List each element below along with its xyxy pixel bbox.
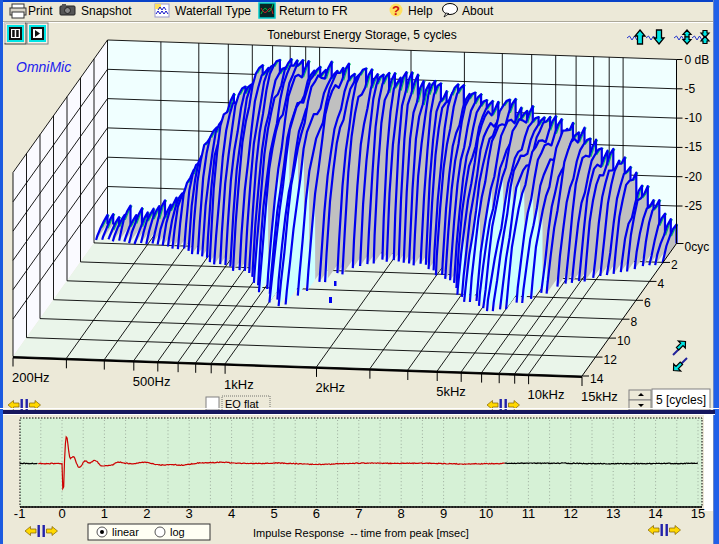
svg-text:13: 13	[606, 506, 620, 521]
svg-text:0: 0	[58, 506, 65, 521]
svg-text:7: 7	[355, 506, 362, 521]
svg-text:14: 14	[590, 372, 604, 386]
svg-text:10: 10	[479, 506, 493, 521]
svg-text:200Hz: 200Hz	[12, 370, 50, 385]
svg-text:15: 15	[691, 506, 705, 521]
svg-text:Snapshot: Snapshot	[81, 4, 132, 18]
svg-text:Help: Help	[408, 4, 433, 18]
svg-text:Impulse Response -- time from: Impulse Response -- time from peak [msec…	[253, 527, 469, 539]
svg-text:Return to FR: Return to FR	[279, 4, 348, 18]
svg-text:12: 12	[564, 506, 578, 521]
svg-text:OmniMic: OmniMic	[16, 59, 71, 75]
svg-text:11: 11	[522, 506, 536, 521]
svg-text:5: 5	[270, 506, 277, 521]
svg-text:1kHz: 1kHz	[224, 377, 254, 392]
svg-text:?: ?	[392, 3, 400, 18]
svg-text:9: 9	[440, 506, 447, 521]
svg-text:6: 6	[313, 506, 320, 521]
svg-text:-20: -20	[685, 170, 703, 184]
svg-text:1: 1	[101, 506, 108, 521]
svg-text:500Hz: 500Hz	[133, 374, 171, 389]
svg-text:Waterfall Type: Waterfall Type	[175, 4, 251, 18]
svg-text:10: 10	[617, 334, 631, 348]
svg-text:0 dB: 0 dB	[685, 53, 710, 67]
svg-text:5 [cycles]: 5 [cycles]	[656, 393, 706, 407]
svg-text:-25: -25	[685, 199, 703, 213]
svg-text:-10: -10	[685, 111, 703, 125]
svg-text:12: 12	[604, 353, 618, 367]
svg-text:8: 8	[398, 506, 405, 521]
svg-text:8: 8	[631, 315, 638, 329]
svg-text:linear: linear	[112, 526, 139, 538]
svg-text:2kHz: 2kHz	[316, 380, 346, 395]
svg-text:10kHz: 10kHz	[528, 387, 565, 402]
svg-text:2: 2	[671, 258, 678, 272]
svg-text:Print: Print	[28, 4, 53, 18]
svg-text:5kHz: 5kHz	[436, 384, 466, 399]
svg-text:6: 6	[644, 296, 651, 310]
svg-text:-15: -15	[685, 140, 703, 154]
svg-text:-5: -5	[685, 82, 696, 96]
svg-text:About: About	[462, 4, 494, 18]
svg-text:15kHz: 15kHz	[581, 389, 618, 404]
svg-text:4: 4	[228, 506, 235, 521]
svg-text:Toneburst Energy Storage, 5 cy: Toneburst Energy Storage, 5 cycles	[267, 28, 456, 42]
svg-text:14: 14	[648, 506, 662, 521]
svg-text:log: log	[170, 526, 185, 538]
svg-text:4: 4	[658, 277, 665, 291]
svg-text:3: 3	[186, 506, 193, 521]
svg-text:-1: -1	[14, 506, 26, 521]
svg-text:0cyc: 0cyc	[685, 240, 710, 254]
svg-text:2: 2	[143, 506, 150, 521]
